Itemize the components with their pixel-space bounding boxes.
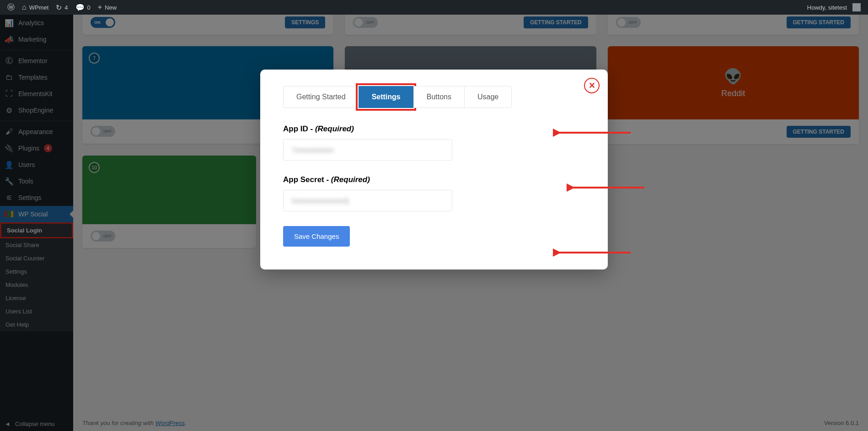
- tab-usage[interactable]: Usage: [464, 86, 512, 108]
- annotation-arrow: [567, 183, 644, 192]
- settings-dialog: ✕ Getting Started Settings Buttons Usage…: [260, 70, 608, 269]
- app-secret-input[interactable]: hxxxxxxxxxxxxxxQ: [283, 190, 452, 211]
- comments-count: 0: [87, 4, 91, 11]
- app-id-input[interactable]: 7xxxxxxxxxxn: [283, 139, 452, 161]
- home-icon: ⌂: [22, 3, 27, 11]
- avatar-icon: [852, 3, 861, 11]
- close-icon: ✕: [589, 81, 595, 91]
- site-link[interactable]: ⌂WPmet: [18, 0, 52, 15]
- plus-icon: +: [98, 3, 102, 11]
- wordpress-icon: ⓦ: [7, 3, 15, 12]
- tab-buttons[interactable]: Buttons: [413, 86, 464, 108]
- site-name: WPmet: [29, 4, 49, 11]
- wp-logo[interactable]: ⓦ: [4, 0, 18, 15]
- annotation-arrow: [553, 128, 631, 137]
- tab-settings[interactable]: Settings: [359, 86, 413, 108]
- comments-link[interactable]: 💬0: [72, 0, 94, 15]
- new-link[interactable]: +New: [94, 0, 120, 15]
- modal-overlay: ✕ Getting Started Settings Buttons Usage…: [0, 15, 868, 426]
- save-changes-button[interactable]: Save Changes: [283, 226, 350, 247]
- comment-icon: 💬: [75, 3, 85, 12]
- refresh-icon: ↻: [56, 3, 62, 12]
- close-button[interactable]: ✕: [584, 78, 600, 93]
- app-secret-label: App Secret - (Required): [283, 175, 585, 184]
- annotation-arrow: [553, 248, 631, 257]
- howdy-text: Howdy, sitetest: [807, 4, 847, 11]
- updates-count: 4: [64, 4, 68, 11]
- app-id-label: App ID - (Required): [283, 124, 585, 134]
- tab-getting-started[interactable]: Getting Started: [283, 86, 359, 108]
- updates-link[interactable]: ↻4: [52, 0, 71, 15]
- howdy-link[interactable]: Howdy, sitetest: [804, 0, 864, 15]
- admin-bar: ⓦ ⌂WPmet ↻4 💬0 +New Howdy, sitetest: [0, 0, 868, 15]
- new-label: New: [105, 4, 117, 11]
- dialog-tabs: Getting Started Settings Buttons Usage: [283, 86, 585, 108]
